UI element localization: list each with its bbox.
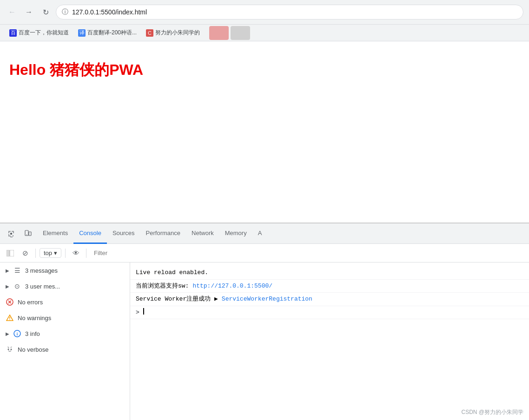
tab-console[interactable]: Console <box>73 223 107 244</box>
device-toolbar-icon[interactable] <box>20 226 35 241</box>
csdn-label: 努力的小朱同学的 <box>155 29 200 37</box>
avatar-1 <box>209 26 229 40</box>
no-warnings-icon <box>6 314 14 322</box>
sw-register-text: Service Worker注册成功 ▶ <box>136 295 218 304</box>
tab-sources[interactable]: Sources <box>107 223 140 244</box>
console-line-sw-register: Service Worker注册成功 ▶ ServiceWorkerRegist… <box>130 293 529 306</box>
csdn-icon: C <box>146 29 153 37</box>
user-messages-chevron: ▶ <box>6 284 9 289</box>
translate-icon: 译 <box>78 29 86 37</box>
sidebar-item-no-verbose[interactable]: No verbose <box>0 341 130 357</box>
sw-support-link[interactable]: http://127.0.0.1:5500/ <box>192 282 272 291</box>
no-verbose-icon <box>6 345 14 354</box>
no-warnings-label: No warnings <box>18 315 51 322</box>
toolbar-divider-3 <box>86 249 86 258</box>
svg-point-15 <box>11 349 12 350</box>
sw-support-text: 当前浏览器支持sw: <box>136 282 189 291</box>
devtools-toolbar: ⊘ top ▾ 👁 <box>0 244 529 262</box>
sidebar-toggle-button[interactable] <box>4 247 17 260</box>
tab-network[interactable]: Network <box>186 223 219 244</box>
tab-memory[interactable]: Memory <box>219 223 252 244</box>
bookmark-csdn[interactable]: C 努力的小朱同学的 <box>142 27 204 39</box>
console-line-live-reload: Live reload enabled. <box>130 266 529 280</box>
toolbar-divider-1 <box>35 249 36 258</box>
console-prompt: > <box>136 308 139 317</box>
page-heading: Hello 猪猪侠的PWA <box>9 60 520 80</box>
svg-rect-2 <box>29 232 31 236</box>
back-button[interactable]: ← <box>6 6 19 19</box>
context-label: top <box>44 249 52 256</box>
no-verbose-label: No verbose <box>18 346 48 353</box>
watermark: CSDN @努力的小朱同学 <box>461 408 523 416</box>
user-messages-label: 3 user mes... <box>25 283 60 290</box>
sidebar-item-no-warnings[interactable]: No warnings <box>0 310 130 326</box>
svg-rect-0 <box>10 233 12 235</box>
messages-label: 3 messages <box>25 267 58 274</box>
svg-text:i: i <box>17 332 18 336</box>
bookmark-baidu[interactable]: 百 百度一下，你就知道 <box>6 27 73 39</box>
bookmarks-bar: 百 百度一下，你就知道 译 百度翻译-200种语... C 努力的小朱同学的 <box>0 24 529 41</box>
sidebar-item-messages[interactable]: ▶ ☰ 3 messages <box>0 262 130 278</box>
no-errors-label: No errors <box>18 299 43 306</box>
info-icon: ⓘ <box>62 8 68 16</box>
translate-label: 百度翻译-200种语... <box>87 29 137 37</box>
console-output: Live reload enabled. 当前浏览器支持sw: http://1… <box>130 262 529 420</box>
browser-chrome: ← → ↻ ⓘ 127.0.0.1:5500/index.html 百 百度一下… <box>0 0 529 41</box>
messages-icon: ☰ <box>13 266 21 275</box>
sidebar-item-info[interactable]: ▶ i 3 info <box>0 326 130 341</box>
address-bar: ← → ↻ ⓘ 127.0.0.1:5500/index.html <box>0 0 529 24</box>
filter-input[interactable] <box>90 248 525 258</box>
tab-performance[interactable]: Performance <box>140 223 186 244</box>
sidebar-item-user-messages[interactable]: ▶ ⊙ 3 user mes... <box>0 278 130 294</box>
tab-elements[interactable]: Elements <box>37 223 73 244</box>
bookmark-translate[interactable]: 译 百度翻译-200种语... <box>74 27 140 39</box>
element-picker-icon[interactable] <box>4 226 19 241</box>
console-prompt-line[interactable]: > <box>130 306 529 320</box>
baidu-icon: 百 <box>9 29 17 37</box>
context-chevron: ▾ <box>54 249 57 256</box>
svg-point-14 <box>8 349 9 350</box>
svg-rect-5 <box>10 250 14 256</box>
eye-icon-button[interactable]: 👁 <box>69 247 82 260</box>
devtools-tabs: Elements Console Sources Performance Net… <box>0 223 529 244</box>
user-messages-icon: ⊙ <box>13 282 21 290</box>
clear-console-button[interactable]: ⊘ <box>19 247 32 260</box>
toolbar-divider-2 <box>65 249 66 258</box>
sidebar-item-no-errors[interactable]: No errors <box>0 294 130 310</box>
svg-point-3 <box>26 234 27 235</box>
url-bar[interactable]: ⓘ 127.0.0.1:5500/index.html <box>56 5 523 20</box>
info-icon: i <box>13 329 21 338</box>
no-errors-icon <box>6 298 14 306</box>
messages-chevron: ▶ <box>6 268 9 273</box>
svg-rect-4 <box>7 250 9 256</box>
console-line-sw-support: 当前浏览器支持sw: http://127.0.0.1:5500/ <box>130 280 529 293</box>
console-cursor <box>143 308 144 315</box>
tab-application[interactable]: A <box>252 223 268 244</box>
info-label: 3 info <box>25 330 40 337</box>
avatar-2 <box>231 26 250 40</box>
forward-button[interactable]: → <box>22 6 35 19</box>
live-reload-text: Live reload enabled. <box>136 268 208 277</box>
devtools-panel: Elements Console Sources Performance Net… <box>0 223 529 420</box>
url-text: 127.0.0.1:5500/index.html <box>72 8 147 16</box>
devtools-body: ▶ ☰ 3 messages ▶ ⊙ 3 user mes... No erro… <box>0 262 529 420</box>
refresh-button[interactable]: ↻ <box>39 6 52 19</box>
baidu-label: 百度一下，你就知道 <box>19 29 69 37</box>
info-chevron: ▶ <box>6 331 9 336</box>
console-sidebar: ▶ ☰ 3 messages ▶ ⊙ 3 user mes... No erro… <box>0 262 130 420</box>
context-selector[interactable]: top ▾ <box>40 248 61 258</box>
sw-registration-label: ServiceWorkerRegistration <box>222 295 312 304</box>
webpage-content: Hello 猪猪侠的PWA <box>0 41 529 223</box>
svg-point-11 <box>9 319 10 320</box>
